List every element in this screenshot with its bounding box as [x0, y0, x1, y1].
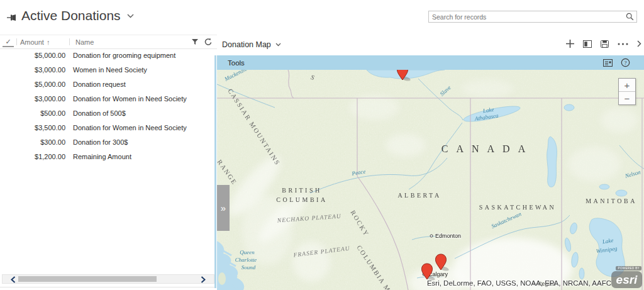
pushpin-icon[interactable]	[6, 13, 17, 25]
table-row[interactable]: $3,500.00Donation for Women in Need Soci…	[0, 121, 214, 135]
esri-brand: esri	[611, 271, 642, 288]
name-cell: Remaining Amount	[65, 150, 131, 164]
page-title: Active Donations	[21, 8, 121, 23]
add-icon[interactable]	[566, 40, 574, 48]
amount-cell: $5,000.00	[0, 48, 65, 63]
name-cell: Donation for Women in Need Society	[65, 92, 187, 106]
name-cell: Donation request	[65, 77, 126, 92]
search-input[interactable]	[429, 13, 626, 21]
svg-text:?: ?	[625, 60, 627, 66]
grid-header: ✓ Amount ↑ Name	[0, 35, 217, 49]
map-title: Donation Map	[222, 40, 271, 49]
map-panel: Donation Map	[217, 35, 644, 290]
basemap[interactable]: CANADA BRITISH COLUMBIA ALBERTA SASKATCH…	[217, 70, 644, 290]
label-sound-2: Charlotte	[235, 257, 257, 263]
amount-cell: $3,500.00	[0, 121, 65, 135]
refresh-icon[interactable]	[204, 38, 213, 46]
label-alberta: ALBERTA	[397, 192, 441, 199]
label-saskatchewan: SASKATCHEWAN	[479, 204, 557, 211]
label-sound-3: Sound	[242, 264, 256, 270]
map-actions	[566, 40, 641, 48]
donations-grid-panel: ✓ Amount ↑ Name $5,000.00Donation for gr…	[0, 35, 217, 290]
map-title-selector[interactable]: Donation Map	[222, 40, 281, 49]
city-edmonton: Edmonton	[430, 233, 461, 239]
donation-list: $5,000.00Donation for grooming equipment…	[0, 48, 214, 164]
more-commands-icon[interactable]	[618, 43, 628, 45]
name-cell: Donation of 500$	[65, 106, 126, 121]
label-columbia: COLUMBIA	[276, 196, 327, 203]
map-canvas[interactable]: CANADA BRITISH COLUMBIA ALBERTA SASKATCH…	[217, 70, 644, 290]
table-row[interactable]: $5,000.00Donation request	[0, 77, 214, 92]
scrollbar-thumb[interactable]	[18, 276, 157, 282]
legend-icon[interactable]	[603, 59, 613, 67]
record-search	[428, 11, 637, 23]
label-edmonton: Edmonton	[435, 233, 461, 239]
select-all-checkbox[interactable]: ✓	[0, 38, 16, 46]
expand-panel-handle[interactable]: »	[217, 185, 230, 231]
sort-ascending-icon: ↑	[47, 38, 50, 46]
scroll-left-icon[interactable]	[11, 276, 16, 283]
chevron-down-icon	[127, 14, 134, 18]
name-cell: Women in Need Society	[65, 63, 147, 77]
amount-column-label: Amount	[20, 38, 44, 46]
amount-cell: $3,000.00	[0, 92, 65, 106]
filter-icon[interactable]	[191, 38, 199, 45]
horizontal-scrollbar[interactable]	[2, 274, 214, 284]
label-british: BRITISH	[282, 187, 321, 194]
chevron-right-icon[interactable]	[637, 40, 641, 47]
table-row[interactable]: $5,000.00Donation for grooming equipment	[0, 48, 214, 63]
table-row[interactable]: $3,000.00Donation for Women in Need Soci…	[0, 92, 214, 106]
scroll-right-icon[interactable]	[201, 276, 206, 283]
table-row[interactable]: $1,200.00Remaining Amount	[0, 150, 214, 164]
crm-app: Active Donations ✓ Amount ↑ Name	[0, 0, 644, 290]
amount-cell: $5,000.00	[0, 77, 65, 92]
panel-divider	[0, 287, 214, 287]
label-canada: CANADA	[441, 143, 533, 154]
tools-label[interactable]: Tools	[228, 59, 245, 67]
amount-cell: $500.00	[0, 106, 65, 121]
chevron-down-icon	[275, 43, 281, 47]
table-row[interactable]: $500.00Donation of 500$	[0, 106, 214, 121]
esri-logo: POWERED BY esri	[611, 266, 642, 288]
map-attribution: Esri, DeLorme, FAO, USGS, NOAA, EPA, NRC…	[427, 279, 611, 287]
amount-cell: $1,200.00	[0, 150, 65, 164]
view-selector[interactable]: Active Donations	[21, 8, 134, 23]
zoom-in-button[interactable]: +	[619, 79, 635, 91]
save-icon[interactable]	[601, 40, 609, 48]
top-bar: Active Donations	[0, 0, 644, 35]
name-cell: Donation for Women in Need Society	[65, 121, 187, 135]
popout-icon[interactable]	[583, 40, 592, 48]
help-icon[interactable]: ?	[621, 58, 630, 67]
name-cell: Donation for grooming equipment	[65, 48, 175, 63]
amount-cell: $3,000.00	[0, 63, 65, 77]
table-row[interactable]: $3,000.00Women in Need Society	[0, 63, 214, 77]
column-header-amount[interactable]: Amount ↑	[17, 38, 69, 46]
powered-by-label: POWERED BY	[616, 266, 641, 270]
table-row[interactable]: $300.00Donation for 300$	[0, 135, 214, 150]
map-left-scroll-strip[interactable]	[214, 55, 216, 288]
zoom-out-button[interactable]: −	[619, 91, 635, 104]
label-manitoba: MANITOBA	[586, 198, 637, 204]
search-icon[interactable]	[626, 13, 636, 21]
name-cell: Donation for 300$	[65, 135, 128, 150]
label-sound-1: Queen	[240, 249, 255, 255]
map-tools-bar: Tools ?	[217, 55, 644, 70]
zoom-control: + −	[618, 78, 636, 105]
map-header: Donation Map	[217, 35, 644, 56]
amount-cell: $300.00	[0, 135, 65, 150]
